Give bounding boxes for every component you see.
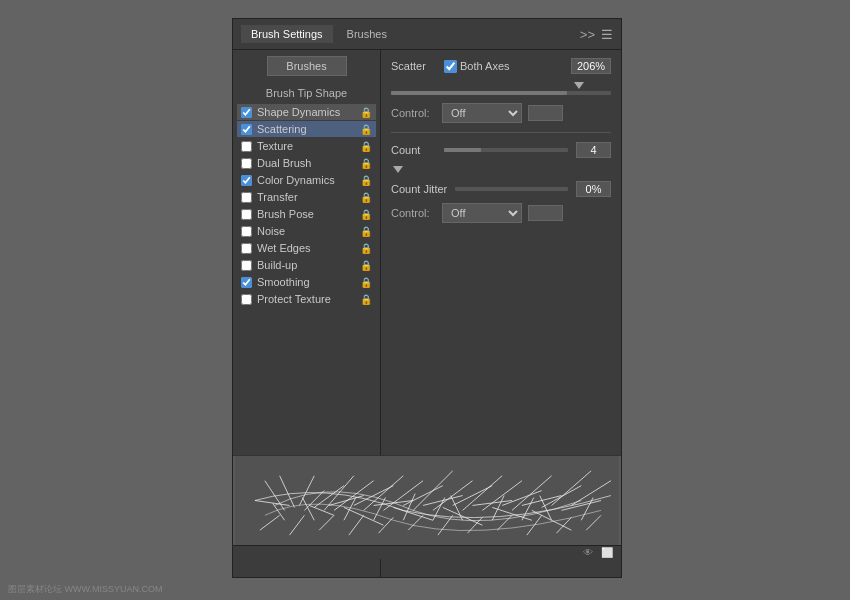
scatter-row: Scatter Both Axes [391,58,611,74]
checkbox-color-dynamics[interactable] [241,175,252,186]
brush-tip-shape-label: Brush Tip Shape [237,85,376,101]
count-jitter-thumb-row [391,166,611,173]
checkbox-protect-texture[interactable] [241,294,252,305]
lock-icon-protect-texture: 🔒 [360,294,372,305]
list-item-brush-pose[interactable]: Brush Pose 🔒 [237,206,376,222]
preview-footer: 👁 ⬜ [233,545,621,559]
lock-icon-brush-pose: 🔒 [360,209,372,220]
count-slider-track[interactable] [444,148,568,152]
list-item-smoothing[interactable]: Smoothing 🔒 [237,274,376,290]
label-shape-dynamics: Shape Dynamics [257,106,355,118]
scatter-slider-container [391,82,611,95]
checkbox-texture[interactable] [241,141,252,152]
lock-icon-scattering: 🔒 [360,124,372,135]
count-row: Count [391,142,611,158]
label-brush-pose: Brush Pose [257,208,355,220]
label-scattering: Scattering [257,123,355,135]
control-row-2: Control: Off [391,203,611,223]
label-noise: Noise [257,225,355,237]
checkbox-smoothing[interactable] [241,277,252,288]
count-label: Count [391,144,436,156]
list-item-texture[interactable]: Texture 🔒 [237,138,376,154]
checkbox-dual-brush[interactable] [241,158,252,169]
scatter-label: Scatter [391,60,436,72]
list-item-scattering[interactable]: Scattering 🔒 [237,121,376,137]
expand-icon[interactable]: >> [580,27,595,42]
list-item-color-dynamics[interactable]: Color Dynamics 🔒 [237,172,376,188]
label-wet-edges: Wet Edges [257,242,355,254]
tab-brushes[interactable]: Brushes [337,25,397,43]
lock-icon-color-dynamics: 🔒 [360,175,372,186]
label-transfer: Transfer [257,191,355,203]
checkbox-brush-pose[interactable] [241,209,252,220]
lock-icon-noise: 🔒 [360,226,372,237]
tab-brush-settings[interactable]: Brush Settings [241,25,333,43]
label-build-up: Build-up [257,259,355,271]
divider-1 [391,132,611,133]
label-texture: Texture [257,140,355,152]
list-item-transfer[interactable]: Transfer 🔒 [237,189,376,205]
control-select-2[interactable]: Off [442,203,522,223]
lock-icon-smoothing: 🔒 [360,277,372,288]
checkbox-wet-edges[interactable] [241,243,252,254]
checkbox-build-up[interactable] [241,260,252,271]
lock-icon-transfer: 🔒 [360,192,372,203]
control-label-2: Control: [391,207,436,219]
checkbox-noise[interactable] [241,226,252,237]
control-row-1: Control: Off [391,103,611,123]
lock-icon-dual-brush: 🔒 [360,158,372,169]
preview-area [233,455,621,545]
preview-eye-icon[interactable]: 👁 [583,547,593,558]
label-protect-texture: Protect Texture [257,293,355,305]
list-item-shape-dynamics[interactable]: Shape Dynamics 🔒 [237,104,376,120]
both-axes-label[interactable]: Both Axes [444,60,510,73]
checkbox-shape-dynamics[interactable] [241,107,252,118]
panel-header: Brush Settings Brushes >> ☰ [233,19,621,50]
count-jitter-slider-track[interactable] [455,187,568,191]
lock-icon-shape-dynamics: 🔒 [360,107,372,118]
count-value-input[interactable] [576,142,611,158]
lock-icon-texture: 🔒 [360,141,372,152]
list-item-protect-texture[interactable]: Protect Texture 🔒 [237,291,376,307]
scatter-slider-track[interactable] [391,91,611,95]
both-axes-text: Both Axes [460,60,510,72]
count-slider-fill [444,148,481,152]
label-color-dynamics: Color Dynamics [257,174,355,186]
list-item-dual-brush[interactable]: Dual Brush 🔒 [237,155,376,171]
label-smoothing: Smoothing [257,276,355,288]
panel-header-icons: >> ☰ [580,27,613,42]
list-item-build-up[interactable]: Build-up 🔒 [237,257,376,273]
brushes-button[interactable]: Brushes [267,56,347,76]
scatter-slider-fill [391,91,567,95]
control-select-1[interactable]: Off [442,103,522,123]
menu-icon[interactable]: ☰ [601,27,613,42]
count-jitter-thumb[interactable] [393,166,403,173]
control-label-1: Control: [391,107,436,119]
scatter-percent-input[interactable] [571,58,611,74]
label-dual-brush: Dual Brush [257,157,355,169]
preview-page-icon[interactable]: ⬜ [601,547,613,558]
count-jitter-row: Count Jitter [391,181,611,197]
control-input-2[interactable] [528,205,563,221]
count-jitter-value-input[interactable] [576,181,611,197]
watermark: 图层素材论坛 WWW.MISSYUAN.COM [8,583,163,596]
scatter-slider-thumb[interactable] [574,82,584,89]
preview-canvas [233,456,621,545]
both-axes-checkbox[interactable] [444,60,457,73]
lock-icon-wet-edges: 🔒 [360,243,372,254]
checkbox-scattering[interactable] [241,124,252,135]
lock-icon-build-up: 🔒 [360,260,372,271]
svg-rect-0 [235,456,619,545]
control-input-1[interactable] [528,105,563,121]
count-jitter-label: Count Jitter [391,183,447,195]
list-item-wet-edges[interactable]: Wet Edges 🔒 [237,240,376,256]
checkbox-transfer[interactable] [241,192,252,203]
list-item-noise[interactable]: Noise 🔒 [237,223,376,239]
